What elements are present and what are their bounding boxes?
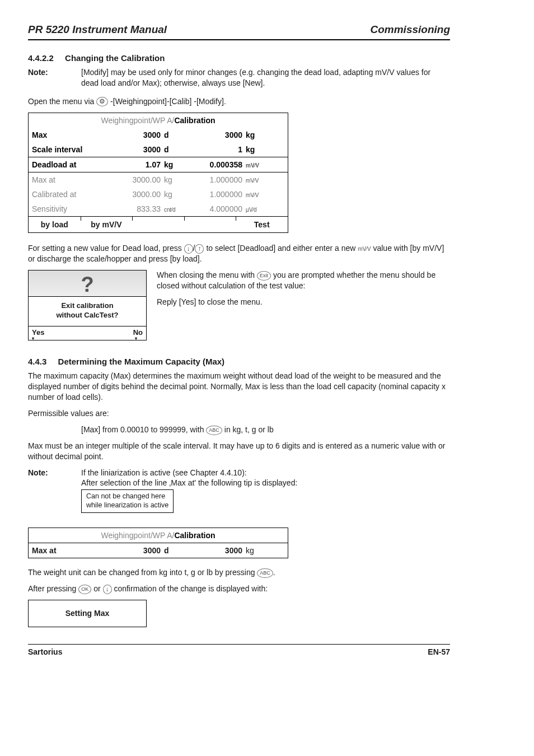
table-row[interactable]: Max3000d3000kg (29, 128, 288, 142)
row-unit-1: kg (161, 175, 181, 185)
max-at-u2: kg (242, 545, 268, 556)
open-menu-post: -[Weighingpoint]-[Calib] -[Modify]. (110, 97, 226, 106)
ok-icon: OK (78, 585, 91, 594)
row-value-2: 4.000000 (181, 204, 242, 214)
row-value-2: 1.000000 (181, 189, 242, 200)
note-body: If the liniarization is active (see Chap… (81, 468, 450, 513)
setting-max-box: Setting Max (28, 600, 147, 627)
section-heading-max: 4.4.3 Determining the Maximum Capacity (… (28, 356, 450, 367)
softkey-test[interactable]: Test (236, 220, 288, 230)
row-value-2: 1 (181, 144, 242, 155)
prompt-yes-label: Yes (32, 328, 44, 337)
table-row: Calibrated at3000.00kg1.000000mV⁄V (29, 187, 288, 202)
page-footer: Sartorius EN-57 (28, 644, 450, 657)
max-at-label: Max at (32, 545, 110, 556)
tail-p1b: . (273, 568, 275, 577)
row-label: Sensitivity (32, 204, 110, 214)
softkey-by-load[interactable]: by load (29, 220, 81, 230)
row-value-1: 3000 (110, 144, 161, 155)
max-p3a: [Max] from 0.00010 to 999999, with (81, 425, 206, 434)
down-icon: ↓ (103, 585, 112, 594)
footer-left: Sartorius (28, 647, 62, 657)
max-p1: The maximum capacity (Max) determines th… (28, 371, 450, 403)
row-value-1: 3000.00 (110, 189, 161, 200)
row-label: Calibrated at (32, 189, 110, 200)
max-panel: Weighingpoint/WP A/Calibration Max at 30… (28, 528, 288, 559)
calibration-title: Weighingpoint/WP A/Calibration (29, 113, 288, 128)
row-unit-2: mV⁄V (242, 189, 268, 200)
row-unit-2: kg (242, 144, 268, 155)
max-at-u1: d (161, 545, 181, 556)
prompt-line1: Exit calibration (61, 301, 113, 310)
deadload-p1a: For setting a new value for Dead load, p… (28, 244, 184, 253)
section-number: 4.4.2.2 (28, 53, 54, 63)
note-block-lin: Note: If the liniarization is active (se… (28, 468, 450, 513)
row-value-2: 1.000000 (181, 175, 242, 185)
prompt-no-button[interactable]: No ▾ (87, 326, 146, 340)
max-p2: Permissible values are: (28, 408, 450, 419)
open-menu-pre: Open the menu via (28, 97, 96, 106)
row-value-1: 1.07 (110, 160, 161, 170)
row-label: Max at (32, 175, 110, 185)
cal-title-bold: Calibration (174, 116, 215, 125)
max-p3b: in kg, t, g or lb (224, 425, 274, 434)
chevron-down-icon: ▾ (32, 338, 87, 340)
softkey-by-mvv[interactable]: by mV/V (81, 220, 133, 230)
page-header: PR 5220 Instrument Manual Commissioning (28, 22, 450, 40)
prompt-side-p1: When closing the menu with Exit you are … (157, 270, 450, 291)
row-value-1: 3000 (110, 130, 161, 141)
tail-p1a: The weight unit can be changed from kg i… (28, 568, 257, 577)
prompt-message: Exit calibration without CalcTest? (29, 297, 146, 326)
header-left: PR 5220 Instrument Manual (28, 22, 167, 37)
deadload-instruction: For setting a new value for Dead load, p… (28, 243, 450, 264)
prompt-no-label: No (133, 328, 143, 337)
tip-l1: Can not be changed here (86, 492, 165, 500)
note-body: [Modify] may be used only for minor chan… (81, 67, 450, 88)
row-label: Scale interval (32, 144, 110, 155)
note-label: Note: (28, 468, 81, 513)
exit-prompt-row: ? Exit calibration without CalcTest? Yes… (28, 270, 450, 340)
row-value-1: 3000.00 (110, 175, 161, 185)
setting-max-label: Setting Max (65, 609, 110, 618)
setup-icon: ⚙ (96, 97, 108, 106)
section-number: 4.4.3 (28, 357, 46, 366)
exit-icon: Exit (257, 271, 271, 281)
table-row[interactable]: Scale interval3000d1kg (29, 142, 288, 157)
section-title: Changing the Calibration (65, 53, 165, 63)
table-row: Sensitivity833.33cnt⁄d4.000000µV⁄d (29, 202, 288, 216)
prompt-side1a: When closing the menu with (157, 270, 257, 279)
section-title: Determining the Maximum Capacity (Max) (58, 357, 225, 366)
row-value-2: 0.000358 (181, 160, 242, 170)
max-title-grey: Weighingpoint/WP A/ (101, 531, 174, 540)
tip-l2: while linearization is active (86, 501, 168, 509)
max-at-v1: 3000 (110, 545, 161, 556)
table-row[interactable]: Deadload at1.07kg0.000358mV⁄V (29, 157, 288, 172)
calibration-softkeys: by load by mV/V Test (29, 216, 288, 232)
max-at-v2: 3000 (181, 545, 242, 556)
tail-p2a: After pressing (28, 584, 78, 593)
max-title-bold: Calibration (174, 531, 215, 540)
calibration-panel: Weighingpoint/WP A/Calibration Max3000d3… (28, 113, 288, 234)
prompt-line2: without CalcTest? (57, 311, 119, 319)
prompt-side-p2: Reply [Yes] to close the menu. (157, 297, 450, 307)
deadload-p1b: to select [Deadload] and either enter a … (206, 244, 358, 253)
note-block: Note: [Modify] may be used only for mino… (28, 67, 450, 88)
section-heading-changing-calibration: 4.4.2.2 Changing the Calibration (28, 53, 450, 64)
mvv-icon: mV⁄V (358, 246, 371, 252)
prompt-yes-button[interactable]: Yes ▾ (29, 326, 87, 340)
max-range-line: [Max] from 0.00010 to 999999, with ABC i… (81, 424, 450, 435)
tail-p2c: confirmation of the change is displayed … (114, 584, 268, 593)
row-unit-2: mV⁄V (242, 175, 268, 185)
abc-icon: ABC (206, 426, 222, 435)
confirm-line: After pressing OK or ↓ confirmation of t… (28, 584, 450, 594)
footer-right: EN-57 (428, 647, 450, 657)
abc-icon: ABC (257, 568, 273, 578)
max-at-row[interactable]: Max at 3000 d 3000 kg (29, 543, 288, 558)
row-unit-1: d (161, 130, 181, 141)
row-unit-2: µV⁄d (242, 204, 268, 214)
row-unit-1: cnt⁄d (161, 204, 181, 214)
row-unit-1: kg (161, 189, 181, 200)
down-icon: ↓ (184, 244, 193, 254)
prompt-side-text: When closing the menu with Exit you are … (157, 270, 450, 313)
tip-box: Can not be changed here while linearizat… (81, 489, 174, 512)
